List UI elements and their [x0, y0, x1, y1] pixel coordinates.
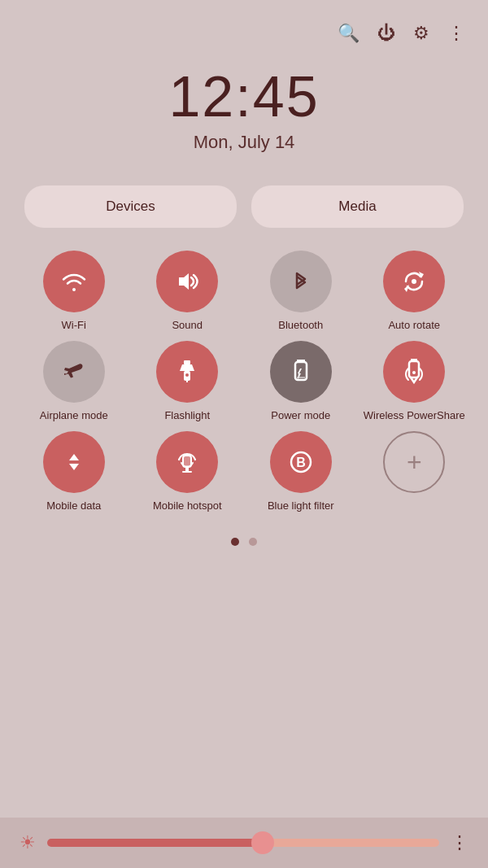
tile-mobile-data[interactable]: Mobile data — [20, 431, 129, 513]
auto-rotate-circle — [383, 251, 445, 312]
svg-marker-0 — [179, 273, 189, 290]
bluetooth-circle — [270, 251, 332, 312]
search-icon[interactable]: 🔍 — [338, 23, 359, 44]
svg-rect-10 — [409, 361, 419, 377]
power-mode-icon — [286, 357, 316, 386]
power-mode-label: Power mode — [271, 409, 330, 423]
svg-rect-4 — [184, 360, 190, 364]
blue-light-label: Blue light filter — [268, 499, 334, 513]
tile-sound[interactable]: Sound — [133, 251, 242, 333]
airplane-circle — [43, 341, 105, 403]
blue-light-circle: B — [270, 431, 332, 493]
flashlight-circle — [156, 341, 218, 403]
mobile-hotspot-label: Mobile hotspot — [153, 499, 222, 513]
flashlight-label: Flashlight — [164, 409, 210, 423]
dot-2[interactable] — [249, 538, 257, 546]
wifi-icon — [59, 267, 89, 296]
tile-flashlight[interactable]: Flashlight — [133, 341, 242, 423]
hotspot-icon — [172, 447, 202, 477]
wifi-circle — [43, 251, 105, 312]
top-icons-bar: 🔍 ⏻ ⚙ ⋮ — [0, 0, 488, 44]
svg-point-6 — [185, 373, 189, 377]
wifi-label: Wi-Fi — [62, 319, 86, 333]
media-button[interactable]: Media — [251, 185, 464, 228]
device-media-row: Devices Media — [0, 185, 488, 228]
airplane-label: Airplane mode — [40, 409, 108, 423]
svg-text:B: B — [296, 456, 306, 469]
tile-mobile-hotspot[interactable]: Mobile hotspot — [133, 431, 242, 513]
flashlight-icon — [172, 357, 202, 386]
pagination-dots — [0, 538, 488, 546]
settings-icon[interactable]: ⚙ — [413, 23, 429, 44]
blue-light-icon: B — [286, 447, 316, 477]
mobile-hotspot-circle — [156, 431, 218, 493]
clock-time: 12:45 — [0, 68, 488, 125]
add-circle: + — [383, 431, 445, 493]
clock-section: 12:45 Mon, July 14 — [0, 68, 488, 153]
bluetooth-icon — [286, 267, 316, 296]
devices-button[interactable]: Devices — [24, 185, 237, 228]
auto-rotate-label: Auto rotate — [388, 319, 440, 333]
svg-rect-14 — [182, 471, 192, 473]
dot-1[interactable] — [231, 538, 239, 546]
tile-bluetooth[interactable]: Bluetooth — [246, 251, 355, 333]
wireless-share-circle — [383, 341, 445, 403]
brightness-sun-icon: ☀ — [20, 832, 36, 853]
mobile-data-icon — [59, 447, 89, 477]
power-mode-circle — [270, 341, 332, 403]
mobile-data-circle — [43, 431, 105, 493]
brightness-track[interactable] — [47, 839, 439, 847]
wireless-share-label: Wireless PowerShare — [364, 409, 465, 423]
sound-label: Sound — [172, 319, 203, 333]
sound-icon — [172, 267, 202, 296]
brightness-bar: ☀ ⋮ — [0, 818, 488, 868]
tile-airplane[interactable]: Airplane mode — [20, 341, 129, 423]
svg-point-3 — [412, 279, 416, 284]
more-icon[interactable]: ⋮ — [447, 23, 465, 44]
quick-settings-grid: Wi-Fi Sound Bluetooth — [0, 228, 488, 521]
tile-auto-rotate[interactable]: Auto rotate — [360, 251, 469, 333]
airplane-icon — [59, 357, 89, 386]
auto-rotate-icon — [399, 267, 429, 296]
svg-point-11 — [412, 371, 416, 374]
tile-blue-light[interactable]: B Blue light filter — [246, 431, 355, 513]
wireless-share-icon — [399, 357, 429, 386]
power-icon[interactable]: ⏻ — [377, 23, 395, 44]
tile-wifi[interactable]: Wi-Fi — [20, 251, 129, 333]
add-icon: + — [407, 449, 422, 475]
svg-rect-9 — [297, 377, 305, 378]
brightness-thumb[interactable] — [251, 831, 274, 854]
mobile-data-label: Mobile data — [46, 499, 101, 513]
bluetooth-label: Bluetooth — [278, 319, 323, 333]
brightness-more-icon[interactable]: ⋮ — [451, 832, 468, 853]
tile-add[interactable]: + — [360, 431, 469, 513]
sound-circle — [156, 251, 218, 312]
tile-wireless-share[interactable]: Wireless PowerShare — [360, 341, 469, 423]
tile-power-mode[interactable]: Power mode — [246, 341, 355, 423]
clock-date: Mon, July 14 — [0, 132, 488, 153]
